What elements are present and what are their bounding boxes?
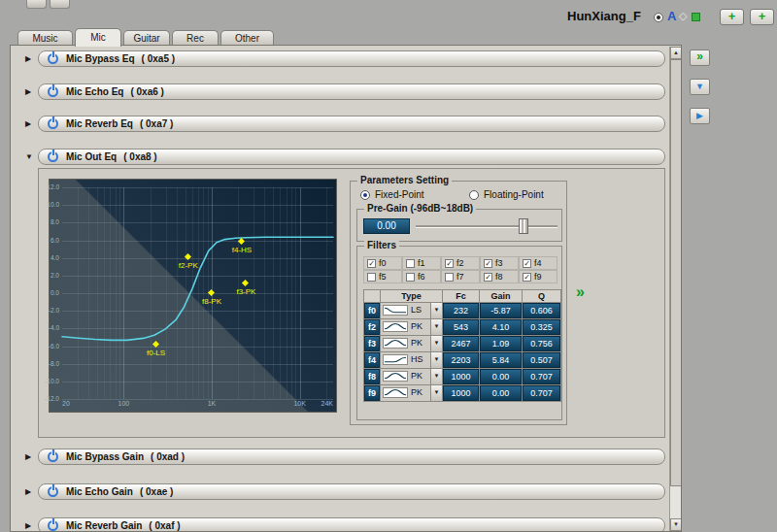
expand-arrow-icon[interactable]: ▶: [25, 119, 31, 128]
dropdown-arrow-icon[interactable]: ▼: [430, 369, 442, 384]
pregain-value-field[interactable]: 0.00: [363, 218, 410, 234]
filter-checkbox-f2[interactable]: ✓f2: [441, 256, 480, 270]
dropdown-arrow-icon[interactable]: ▼: [430, 336, 442, 351]
power-icon[interactable]: [48, 86, 58, 97]
filter-checkbox-f9[interactable]: ✓f9: [519, 270, 557, 283]
type-selector[interactable]: LS▼: [381, 303, 442, 318]
q-value-field[interactable]: 0.707: [523, 385, 560, 401]
q-value-field[interactable]: 0.507: [523, 352, 560, 368]
q-value-field[interactable]: 0.756: [523, 336, 560, 351]
power-icon[interactable]: [48, 451, 58, 462]
type-selector[interactable]: HS▼: [381, 352, 442, 368]
apply-chevrons-button[interactable]: »: [576, 283, 586, 301]
gain-value-field[interactable]: 0.00: [480, 385, 522, 401]
pregain-slider[interactable]: [416, 216, 557, 237]
filter-checkbox-f5[interactable]: f5: [363, 270, 402, 283]
checkbox-checked-icon[interactable]: ✓: [367, 259, 376, 268]
expand-arrow-icon[interactable]: ▶: [25, 487, 31, 496]
dropdown-arrow-icon[interactable]: ▼: [430, 319, 442, 335]
dropdown-arrow-icon[interactable]: ▼: [430, 385, 442, 401]
vertical-scrollbar[interactable]: ▲ ▼: [669, 47, 682, 531]
filter-shape-pk-icon: [383, 387, 408, 398]
fc-value-field[interactable]: 543: [443, 319, 479, 335]
expand-arrow-icon[interactable]: ▶: [25, 54, 31, 63]
filter-table: TypeFcGainQf0LS▼232-5.870.606f2PK▼5434.1…: [363, 289, 561, 402]
power-icon[interactable]: [48, 53, 58, 64]
type-selector[interactable]: PK▼: [381, 336, 442, 351]
scroll-down-icon[interactable]: ▼: [670, 518, 682, 531]
power-icon[interactable]: [48, 486, 58, 497]
scroll-up-icon[interactable]: ▲: [670, 47, 682, 59]
eq-plot-area[interactable]: f0-LSf2-PKf8-PKf3-PKf4-HS: [62, 187, 333, 399]
expand-arrow-icon[interactable]: ▶: [25, 521, 31, 530]
filter-checkbox-f7[interactable]: f7: [441, 270, 480, 283]
mini-tab-2[interactable]: [50, 0, 70, 9]
forward-chevrons-button[interactable]: »: [690, 50, 710, 66]
q-value-field[interactable]: 0.707: [523, 369, 560, 384]
checkbox-unchecked-icon[interactable]: [406, 259, 415, 268]
fc-value-field[interactable]: 2467: [443, 336, 479, 351]
checkbox-checked-icon[interactable]: ✓: [484, 273, 492, 282]
power-icon[interactable]: [48, 118, 58, 129]
tab-rec[interactable]: Rec: [172, 30, 219, 46]
q-value-field[interactable]: 0.325: [523, 319, 560, 335]
gain-value-field[interactable]: 0.00: [480, 369, 522, 384]
checkbox-checked-icon[interactable]: ✓: [523, 259, 531, 268]
power-icon[interactable]: [48, 520, 58, 531]
fc-value-field[interactable]: 1000: [443, 369, 479, 384]
marker-diamond-icon: [208, 289, 215, 296]
filter-checkbox-f1[interactable]: f1: [402, 256, 441, 270]
section-header-mic-echo-eq[interactable]: Mic Echo Eq( 0xa6 ): [38, 83, 665, 100]
section-header-mic-reverb-eq[interactable]: Mic Reverb Eq( 0xa7 ): [38, 116, 665, 132]
mode-radio[interactable]: [654, 13, 663, 22]
toolbar-button-1[interactable]: +: [720, 9, 744, 25]
tab-other[interactable]: Other: [220, 30, 274, 46]
filter-checkbox-f8[interactable]: ✓f8: [480, 270, 519, 283]
filter-checkbox-f0[interactable]: ✓f0: [363, 256, 402, 270]
dropdown-arrow-icon[interactable]: ▼: [430, 303, 442, 318]
filter-checkbox-f6[interactable]: f6: [402, 270, 441, 283]
gain-value-field[interactable]: 5.84: [480, 352, 522, 368]
down-arrow-button[interactable]: ▼: [690, 79, 710, 95]
slider-handle[interactable]: [519, 218, 528, 234]
section-header-mic-bypass-eq[interactable]: Mic Bypass Eq( 0xa5 ): [38, 50, 665, 67]
filter-checkbox-f3[interactable]: ✓f3: [480, 256, 519, 270]
fc-value-field[interactable]: 232: [443, 303, 479, 318]
section-header-mic-out-eq[interactable]: Mic Out Eq( 0xa8 ): [38, 149, 665, 165]
tab-guitar[interactable]: Guitar: [123, 30, 170, 46]
play-arrow-button[interactable]: ▶: [690, 108, 710, 124]
section-header-mic-reverb-gain[interactable]: Mic Reverb Gain( 0xaf ): [38, 517, 665, 532]
dropdown-arrow-icon[interactable]: ▼: [430, 352, 442, 368]
checkbox-unchecked-icon[interactable]: [445, 273, 454, 282]
toolbar-button-2[interactable]: +: [750, 9, 774, 25]
floating-point-radio[interactable]: [469, 190, 479, 200]
q-value-field[interactable]: 0.606: [523, 303, 560, 318]
collapse-arrow-icon[interactable]: ▼: [25, 152, 33, 161]
fixed-point-radio[interactable]: [360, 190, 370, 200]
gain-value-field[interactable]: -5.87: [480, 303, 522, 318]
fc-value-field[interactable]: 1000: [443, 385, 479, 401]
filter-checkbox-f4[interactable]: ✓f4: [519, 256, 557, 270]
fc-value-field[interactable]: 2203: [443, 352, 479, 368]
checkbox-checked-icon[interactable]: ✓: [484, 259, 492, 268]
expand-arrow-icon[interactable]: ▶: [25, 87, 31, 96]
checkbox-unchecked-icon[interactable]: [406, 273, 415, 282]
type-selector[interactable]: PK▼: [381, 369, 442, 384]
tab-music[interactable]: Music: [17, 30, 73, 46]
gain-value-field[interactable]: 4.10: [480, 319, 522, 335]
slider-track[interactable]: [416, 225, 557, 228]
checkbox-checked-icon[interactable]: ✓: [523, 273, 531, 282]
section-header-mic-bypass-gain[interactable]: Mic Bypass Gain( 0xad ): [38, 449, 665, 465]
type-selector[interactable]: PK▼: [381, 319, 442, 335]
expand-arrow-icon[interactable]: ▶: [25, 452, 31, 461]
checkbox-checked-icon[interactable]: ✓: [445, 259, 454, 268]
section-header-mic-echo-gain[interactable]: Mic Echo Gain( 0xae ): [38, 483, 665, 500]
gain-value-field[interactable]: 1.09: [480, 336, 522, 351]
tab-mic[interactable]: Mic: [75, 28, 121, 47]
checkbox-unchecked-icon[interactable]: [367, 273, 376, 282]
mini-tab-1[interactable]: [26, 0, 47, 9]
type-selector[interactable]: PK▼: [381, 385, 442, 401]
scrollbar-thumb[interactable]: [670, 59, 682, 486]
eq-graph[interactable]: f0-LSf2-PKf8-PKf3-PKf4-HS 12.010.08.06.0…: [49, 179, 337, 413]
power-icon[interactable]: [48, 151, 58, 162]
